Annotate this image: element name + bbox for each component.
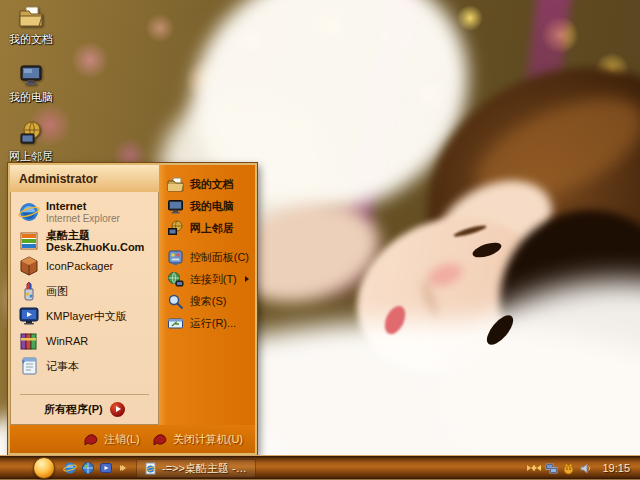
- desktop-icon-my-computer[interactable]: 我的电脑: [0, 62, 62, 105]
- log-off-button[interactable]: 注销(L): [83, 432, 139, 447]
- tray-messenger-icon[interactable]: [562, 462, 575, 475]
- start-menu-footer: 注销(L) 关闭计算机(U): [10, 425, 255, 453]
- paint-icon: [18, 280, 40, 302]
- quick-launch-show-desktop-icon[interactable]: [81, 461, 95, 475]
- menu-item-kmplayer[interactable]: KMPlayer中文版: [14, 303, 155, 328]
- menu-item-my-documents[interactable]: 我的文档: [165, 173, 251, 195]
- quick-launch-ie-icon[interactable]: [63, 461, 77, 475]
- menu-item-label: 网上邻居: [190, 221, 234, 236]
- menu-item-network-places[interactable]: 网上邻居: [165, 217, 251, 239]
- menu-spacer: [14, 378, 155, 392]
- menu-item-title: IconPackager: [46, 260, 113, 272]
- kmplayer-icon: [18, 305, 40, 327]
- log-off-icon: [83, 433, 99, 446]
- menu-item-label: 连接到(T): [190, 272, 237, 287]
- menu-item-run[interactable]: 运行(R)...: [165, 312, 251, 334]
- menu-item-my-computer[interactable]: 我的电脑: [165, 195, 251, 217]
- menu-separator: [165, 239, 251, 246]
- desktop-icon-label: 我的电脑: [9, 90, 53, 105]
- desktop-screen: 我的文档 我的电脑 网上邻居: [0, 0, 640, 480]
- menu-item-connect-to[interactable]: 连接到(T): [165, 268, 251, 290]
- my-documents-icon: [18, 4, 44, 30]
- taskbar: -=>>桌酷主题 - Mic... 19:15: [0, 455, 640, 480]
- menu-item-internet[interactable]: Internet Internet Explorer: [14, 196, 155, 228]
- taskbar-window-button[interactable]: -=>>桌酷主题 - Mic...: [136, 459, 256, 478]
- menu-item-subtitle: Internet Explorer: [46, 213, 120, 224]
- shut-down-icon: [152, 433, 168, 446]
- menu-item-zhuoku-theme[interactable]: 桌酷主题Desk.ZhuoKu.Com: [14, 228, 155, 253]
- start-menu-left-column: Administrator Internet Internet Explorer: [10, 165, 159, 425]
- menu-item-text: Internet Internet Explorer: [46, 200, 120, 225]
- run-icon: [167, 315, 184, 332]
- iconpackager-icon: [18, 255, 40, 277]
- zhuoku-icon: [18, 230, 40, 252]
- search-icon: [167, 293, 184, 310]
- menu-item-label: 运行(R)...: [190, 316, 236, 331]
- my-computer-icon: [167, 198, 184, 215]
- start-menu-body: Administrator Internet Internet Explorer: [10, 165, 255, 425]
- network-places-icon: [167, 220, 184, 237]
- menu-item-label: 我的电脑: [190, 199, 234, 214]
- menu-item-label: 控制面板(C): [190, 250, 249, 265]
- menu-item-winrar[interactable]: WinRAR: [14, 328, 155, 353]
- my-documents-icon: [167, 176, 184, 193]
- submenu-arrow-icon: [245, 276, 249, 282]
- menu-separator: [20, 394, 149, 395]
- menu-item-title: 桌酷主题Desk.ZhuoKu.Com: [46, 229, 151, 253]
- all-programs-arrow-icon: [110, 402, 125, 417]
- quick-launch-bar: [63, 461, 126, 475]
- all-programs-label: 所有程序(P): [44, 402, 103, 417]
- tray-volume-icon[interactable]: [579, 462, 592, 475]
- system-places-panel: 我的文档 我的电脑: [159, 165, 255, 425]
- system-tray: 19:15: [524, 462, 640, 475]
- menu-item-notepad[interactable]: 记事本: [14, 353, 155, 378]
- quick-launch-media-player-icon[interactable]: [99, 461, 113, 475]
- tray-network-icon[interactable]: [545, 462, 558, 475]
- start-button[interactable]: [33, 457, 55, 479]
- connect-to-icon: [167, 271, 184, 288]
- all-programs-button[interactable]: 所有程序(P): [14, 397, 155, 421]
- menu-item-title: Internet: [46, 200, 120, 212]
- desktop-icon-network-places[interactable]: 网上邻居: [0, 121, 62, 164]
- menu-item-control-panel[interactable]: 控制面板(C): [165, 246, 251, 268]
- network-places-icon: [18, 121, 44, 147]
- ie-page-icon: [144, 462, 157, 475]
- menu-item-label: 搜索(S): [190, 294, 227, 309]
- my-computer-icon: [18, 62, 44, 88]
- desktop-icon-label: 网上邻居: [9, 149, 53, 164]
- menu-item-paint[interactable]: 画图: [14, 278, 155, 303]
- desktop-icon-label: 我的文档: [9, 32, 53, 47]
- menu-item-title: 画图: [46, 285, 68, 297]
- shut-down-button[interactable]: 关闭计算机(U): [152, 432, 243, 447]
- menu-item-title: 记事本: [46, 360, 79, 372]
- taskbar-window-title: -=>>桌酷主题 - Mic...: [162, 461, 248, 476]
- internet-explorer-icon: [18, 201, 40, 223]
- user-name: Administrator: [19, 172, 98, 186]
- start-menu-header: Administrator: [10, 165, 159, 192]
- tray-collapse-chevron-icon[interactable]: [527, 465, 541, 471]
- menu-item-title: KMPlayer中文版: [46, 310, 127, 322]
- shut-down-label: 关闭计算机(U): [173, 432, 243, 447]
- notepad-icon: [18, 355, 40, 377]
- desktop-icon-my-documents[interactable]: 我的文档: [0, 4, 62, 47]
- control-panel-icon: [167, 249, 184, 266]
- log-off-label: 注销(L): [104, 432, 139, 447]
- winrar-icon: [18, 330, 40, 352]
- menu-item-label: 我的文档: [190, 177, 234, 192]
- start-menu: Administrator Internet Internet Explorer: [8, 163, 257, 455]
- menu-item-title: WinRAR: [46, 335, 88, 347]
- menu-item-iconpackager[interactable]: IconPackager: [14, 253, 155, 278]
- pinned-programs-panel: Internet Internet Explorer 桌酷主题Desk.Zhuo…: [10, 192, 159, 425]
- menu-item-search[interactable]: 搜索(S): [165, 290, 251, 312]
- clock[interactable]: 19:15: [602, 462, 630, 474]
- quick-launch-overflow-chevron-icon[interactable]: [120, 465, 126, 471]
